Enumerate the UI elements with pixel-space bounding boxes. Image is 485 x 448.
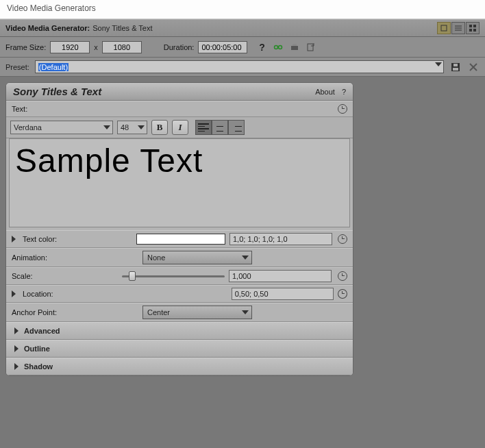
view-mode-group <box>437 22 480 34</box>
shadow-section[interactable]: Shadow <box>6 358 353 375</box>
align-left-button[interactable] <box>195 120 212 135</box>
svg-rect-10 <box>291 46 298 50</box>
expand-icon[interactable] <box>12 236 16 242</box>
anchor-value: Center <box>147 308 170 316</box>
svg-rect-15 <box>453 64 458 66</box>
frame-height-input[interactable] <box>102 41 142 53</box>
frame-width-input[interactable] <box>50 41 90 53</box>
export-icon[interactable] <box>305 41 317 53</box>
generator-label: Video Media Generator: <box>5 24 90 32</box>
animation-dropdown[interactable]: None <box>142 251 252 264</box>
animation-value: None <box>147 253 165 262</box>
preset-dropdown[interactable]: (Default) <box>35 60 444 73</box>
preset-bar: Preset: (Default) <box>0 58 485 77</box>
view-mode-single[interactable] <box>437 22 451 34</box>
plugin-help[interactable]: ? <box>342 88 346 96</box>
text-editor[interactable]: Sample Text <box>9 138 350 227</box>
anchor-dropdown[interactable]: Center <box>142 306 252 319</box>
chevron-down-icon <box>138 125 145 129</box>
about-link[interactable]: About <box>315 88 335 96</box>
format-toolbar: Verdana 48 B I <box>6 117 353 138</box>
plugin-title-bar: Sony Titles & Text About ? <box>6 83 353 101</box>
generator-name: Sony Titles & Text <box>92 24 152 32</box>
params-bar: Frame Size: x Duration: ? <box>0 37 485 58</box>
svg-point-8 <box>275 45 278 49</box>
generator-header: Video Media Generator: Sony Titles & Tex… <box>0 19 485 37</box>
keyframe-clock-icon[interactable] <box>338 234 347 244</box>
animation-label: Animation: <box>12 253 138 262</box>
svg-point-9 <box>279 45 282 49</box>
location-value[interactable]: 0,50; 0,50 <box>232 288 334 300</box>
frame-size-label: Frame Size: <box>5 43 46 51</box>
view-mode-grid[interactable] <box>466 22 480 34</box>
text-row: Text: <box>6 101 353 117</box>
delete-preset-icon[interactable] <box>467 61 480 73</box>
scale-row: Scale: 1,000 <box>6 267 353 285</box>
window-titlebar: Video Media Generators <box>0 0 485 19</box>
svg-rect-4 <box>469 25 472 27</box>
text-color-label: Text color: <box>23 235 132 243</box>
preset-label: Preset: <box>5 63 29 71</box>
keyframe-clock-icon[interactable] <box>338 271 347 281</box>
expand-icon <box>14 327 18 334</box>
sample-text: Sample Text <box>15 142 344 179</box>
animation-row: Animation: None <box>6 248 353 267</box>
window-title: Video Media Generators <box>7 3 96 13</box>
view-mode-list[interactable] <box>451 22 465 34</box>
text-color-swatch[interactable] <box>136 234 225 245</box>
print-icon[interactable] <box>288 41 301 53</box>
outline-section[interactable]: Outline <box>6 340 353 358</box>
help-icon[interactable]: ? <box>256 41 268 53</box>
duration-label: Duration: <box>164 43 195 51</box>
chevron-down-icon <box>103 125 110 129</box>
outline-label: Outline <box>24 345 50 353</box>
duration-input[interactable] <box>198 41 247 53</box>
font-value: Verdana <box>14 123 42 132</box>
anchor-label: Anchor Point: <box>12 308 138 316</box>
font-size-value: 48 <box>121 123 129 132</box>
chevron-down-icon <box>242 310 249 314</box>
align-center-button[interactable] <box>212 120 228 135</box>
anchor-row: Anchor Point: Center <box>6 303 353 322</box>
svg-rect-14 <box>453 68 458 71</box>
font-dropdown[interactable]: Verdana <box>10 121 113 134</box>
plugin-title: Sony Titles & Text <box>13 86 101 97</box>
scale-label: Scale: <box>12 272 118 280</box>
bold-button[interactable]: B <box>151 120 168 135</box>
align-right-button[interactable] <box>228 120 245 135</box>
text-label: Text: <box>12 105 66 113</box>
expand-icon <box>14 363 18 370</box>
preset-value: (Default) <box>38 63 69 71</box>
advanced-section[interactable]: Advanced <box>6 322 353 340</box>
expand-icon[interactable] <box>12 290 16 297</box>
font-size-dropdown[interactable]: 48 <box>117 121 147 134</box>
keyframe-clock-icon[interactable] <box>338 289 347 299</box>
scale-value[interactable]: 1,000 <box>229 270 332 282</box>
svg-rect-0 <box>441 25 447 31</box>
advanced-label: Advanced <box>24 327 60 335</box>
svg-rect-5 <box>473 25 476 27</box>
location-label: Location: <box>23 290 227 298</box>
scale-slider[interactable] <box>122 271 225 281</box>
chevron-down-icon <box>435 62 442 66</box>
shadow-label: Shadow <box>24 362 53 371</box>
location-row: Location: 0,50; 0,50 <box>6 285 353 303</box>
plugin-panel: Sony Titles & Text About ? Text: Verdana… <box>5 82 353 376</box>
frame-x: x <box>94 43 98 51</box>
text-color-value[interactable]: 1,0; 1,0; 1,0; 1,0 <box>229 233 332 245</box>
svg-rect-7 <box>473 29 476 32</box>
italic-button[interactable]: I <box>172 120 188 135</box>
link-icon[interactable] <box>272 41 284 53</box>
svg-rect-6 <box>469 29 472 32</box>
svg-rect-11 <box>293 44 297 46</box>
keyframe-clock-icon[interactable] <box>338 104 347 114</box>
svg-rect-12 <box>308 44 313 51</box>
save-preset-icon[interactable] <box>449 61 462 73</box>
chevron-down-icon <box>242 256 249 260</box>
expand-icon <box>14 345 18 352</box>
text-color-row: Text color: 1,0; 1,0; 1,0; 1,0 <box>6 230 353 248</box>
